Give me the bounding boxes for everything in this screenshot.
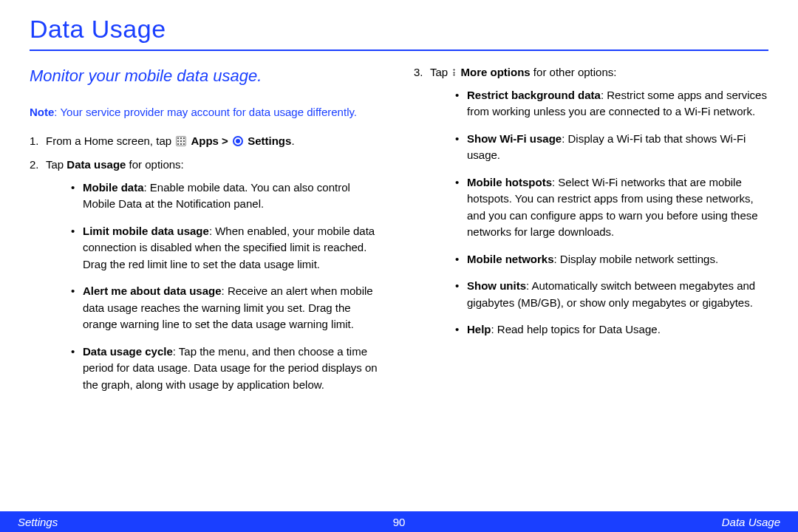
list-item: Mobile data: Enable mobile data. You can…	[71, 180, 384, 213]
bullet-label: Restrict background data	[467, 89, 601, 101]
left-column: Monitor your mobile data usage. Note: Yo…	[30, 64, 384, 403]
footer-right: Data Usage	[722, 516, 780, 528]
page-title: Data Usage	[30, 15, 768, 48]
content-columns: Monitor your mobile data usage. Note: Yo…	[30, 64, 768, 403]
right-column: 3. Tap More options for other options: R…	[414, 64, 768, 403]
apps-icon	[176, 136, 186, 146]
bullet-text: : Read help topics for Data Usage.	[491, 323, 661, 335]
step-number: 2.	[30, 157, 39, 174]
list-item: Alert me about data usage: Receive an al…	[71, 283, 384, 333]
note-text: Note: Your service provider may account …	[30, 104, 384, 120]
step-2: 2. Tap Data usage for options: Mobile da…	[30, 157, 384, 393]
list-item: Mobile hotspots: Select Wi-Fi networks t…	[455, 174, 768, 241]
bullet-label: Data usage cycle	[83, 345, 173, 358]
step-1: 1. From a Home screen, tap Apps > Settin…	[30, 133, 384, 150]
right-steps: 3. Tap More options for other options: R…	[414, 64, 768, 338]
step1-pre: From a Home screen, tap	[46, 134, 174, 147]
step2-bold: Data usage	[66, 158, 126, 171]
list-item: Show Wi-Fi usage: Display a Wi-Fi tab th…	[455, 131, 768, 164]
subtitle: Monitor your mobile data usage.	[30, 64, 384, 88]
bullet-label: Limit mobile data usage	[83, 225, 209, 237]
step2-post: for options:	[126, 158, 183, 171]
step-3: 3. Tap More options for other options: R…	[414, 64, 768, 338]
step-number: 1.	[30, 133, 39, 150]
note-label: Note	[30, 106, 54, 118]
step1-apps: Apps >	[191, 134, 231, 147]
list-item: Restrict background data: Restrict some …	[455, 87, 768, 120]
list-item: Mobile networks: Display mobile network …	[455, 251, 768, 268]
right-bullets: Restrict background data: Restrict some …	[430, 87, 768, 338]
bullet-label: Alert me about data usage	[83, 284, 222, 297]
step3-post: for other options:	[531, 66, 617, 78]
step1-post: .	[291, 134, 294, 147]
left-bullets: Mobile data: Enable mobile data. You can…	[46, 180, 384, 394]
bullet-text: : Display mobile network settings.	[554, 253, 719, 265]
bullet-label: Mobile data	[83, 181, 144, 194]
bullet-label: Mobile networks	[467, 253, 554, 265]
title-rule	[30, 50, 768, 51]
bullet-label: Mobile hotspots	[467, 176, 552, 188]
note-body: : Your service provider may account for …	[54, 106, 357, 118]
step-number: 3.	[414, 64, 423, 81]
list-item: Help: Read help topics for Data Usage.	[455, 321, 768, 338]
list-item: Limit mobile data usage: When enabled, y…	[71, 223, 384, 273]
step2-pre: Tap	[46, 158, 66, 171]
list-item: Data usage cycle: Tap the menu, and then…	[71, 344, 384, 394]
list-item: Show units: Automatically switch between…	[455, 278, 768, 311]
step3-bold: More options	[461, 66, 531, 78]
more-options-icon	[452, 67, 456, 78]
page-footer: Settings 90 Data Usage	[0, 511, 798, 532]
step1-settings: Settings	[248, 134, 291, 147]
bullet-label: Help	[467, 323, 491, 335]
footer-left: Settings	[18, 516, 58, 528]
bullet-label: Show Wi-Fi usage	[467, 132, 562, 145]
footer-page-number: 90	[393, 516, 406, 528]
bullet-label: Show units	[467, 279, 526, 292]
settings-icon	[233, 136, 243, 146]
step3-pre: Tap	[430, 66, 451, 78]
left-steps: 1. From a Home screen, tap Apps > Settin…	[30, 133, 384, 394]
page-container: Data Usage Monitor your mobile data usag…	[0, 0, 798, 532]
